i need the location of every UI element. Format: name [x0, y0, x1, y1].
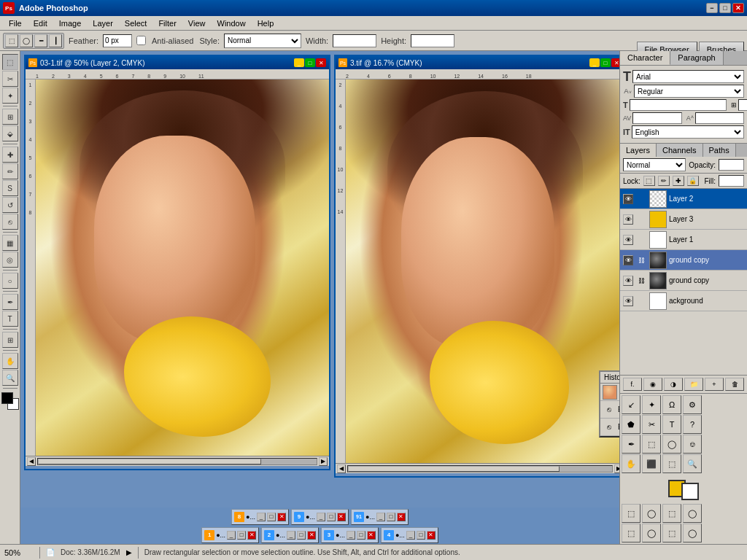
- fp-tool-2[interactable]: ✦: [642, 395, 661, 414]
- taskbar-item-8[interactable]: 8 ●... _ □ ✕: [231, 509, 289, 525]
- layer-item-layer3[interactable]: 👁 Layer 3: [620, 209, 747, 230]
- tool-type[interactable]: T: [2, 311, 18, 327]
- scroll-right-btn-2[interactable]: ▶: [614, 464, 619, 473]
- layers-tab[interactable]: Layers: [620, 144, 657, 157]
- taskbar-item-2[interactable]: 2 ●... _ □ ✕: [261, 527, 319, 543]
- color-swatches[interactable]: [1, 392, 19, 410]
- fg-color-swatch[interactable]: [1, 392, 13, 404]
- doc-2-titlebar[interactable]: Ps 3.tif @ 16.7% (CMYK) _ □ ✕: [336, 56, 619, 69]
- taskbar-max-1[interactable]: □: [237, 531, 246, 540]
- doc-1-close[interactable]: ✕: [316, 58, 326, 67]
- layer-item-gcopy2[interactable]: 👁 ⛓ ground copy: [620, 271, 747, 291]
- menu-view[interactable]: View: [182, 18, 212, 29]
- history-snapshot[interactable]: 03-: [600, 384, 619, 401]
- rect-marquee-btn[interactable]: ⬚: [5, 34, 18, 47]
- menu-select[interactable]: Select: [119, 18, 153, 29]
- fp-tool-19[interactable]: ⬚: [662, 504, 681, 523]
- fp-tool-17[interactable]: ⬚: [622, 504, 640, 523]
- fp-tool-9[interactable]: ✒: [622, 435, 640, 454]
- taskbar-item-4[interactable]: 4 ●... _ □ ✕: [381, 527, 438, 543]
- taskbar-close-2[interactable]: ✕: [307, 531, 316, 540]
- tool-stamp[interactable]: S: [2, 180, 18, 196]
- kern-input[interactable]: [695, 112, 744, 124]
- taskbar-close-1[interactable]: ✕: [247, 531, 256, 540]
- fp-tool-12[interactable]: ⎊: [683, 435, 702, 454]
- taskbar-min-1[interactable]: _: [227, 531, 236, 540]
- fill-input[interactable]: [719, 175, 744, 187]
- menu-image[interactable]: Image: [53, 18, 88, 29]
- scroll-right-btn[interactable]: ▶: [319, 457, 328, 466]
- layer-new-btn[interactable]: +: [705, 378, 724, 391]
- tool-heal[interactable]: ✚: [2, 147, 18, 163]
- font-style-select[interactable]: Regular: [634, 85, 744, 98]
- channels-tab[interactable]: Channels: [657, 144, 703, 157]
- lock-image-btn[interactable]: ✏: [658, 176, 670, 186]
- tool-slice[interactable]: ⬙: [2, 125, 18, 141]
- opacity-input[interactable]: [719, 159, 744, 171]
- taskbar-max-91[interactable]: □: [387, 513, 395, 521]
- tracking-input[interactable]: [632, 112, 681, 124]
- doc-1-scrollbar-h[interactable]: ◀ ▶: [26, 456, 329, 466]
- lock-transparent-btn[interactable]: ⬚: [643, 176, 655, 186]
- paths-tab[interactable]: Paths: [703, 144, 736, 157]
- scrollbar-thumb-h-1[interactable]: [38, 459, 261, 464]
- layer-mask-btn[interactable]: ◉: [643, 378, 662, 391]
- tool-measure[interactable]: ⊞: [2, 332, 18, 348]
- leading-input[interactable]: [738, 99, 747, 111]
- scroll-left-btn[interactable]: ◀: [27, 457, 36, 466]
- tool-pen[interactable]: ✒: [2, 294, 18, 310]
- layer-eye-2[interactable]: 👁: [623, 194, 633, 204]
- fp-tool-16[interactable]: 🔍: [683, 454, 702, 473]
- fp-tool-3[interactable]: Ω: [662, 395, 681, 414]
- taskbar-close-3[interactable]: ✕: [367, 531, 376, 540]
- taskbar-min-91[interactable]: _: [376, 513, 385, 521]
- history-tab[interactable]: History: [600, 372, 619, 383]
- tool-hand[interactable]: ✋: [2, 353, 18, 369]
- taskbar-max-3[interactable]: □: [357, 531, 365, 540]
- taskbar-close-91[interactable]: ✕: [397, 513, 406, 521]
- taskbar-close-4[interactable]: ✕: [427, 531, 436, 540]
- layer-item-layer1[interactable]: 👁 Layer 1: [620, 230, 747, 250]
- fp-tool-7[interactable]: T: [662, 415, 681, 434]
- taskbar-min-9[interactable]: _: [317, 513, 325, 521]
- history-item-erase-2[interactable]: ⎋ Eras: [600, 419, 619, 436]
- fp-tool-6[interactable]: ✂: [642, 415, 661, 434]
- style-select[interactable]: Normal Fixed Aspect Ratio Fixed Size: [224, 34, 301, 48]
- row-marquee-btn[interactable]: ━: [34, 34, 47, 47]
- menu-filter[interactable]: Filter: [152, 18, 182, 29]
- tool-history-brush[interactable]: ↺: [2, 197, 18, 213]
- taskbar-close-9[interactable]: ✕: [337, 513, 346, 521]
- layer-del-btn[interactable]: 🗑: [725, 378, 744, 391]
- fp-tool-5[interactable]: ⬟: [622, 415, 640, 434]
- doc-2-min[interactable]: _: [589, 58, 600, 67]
- tool-eraser[interactable]: ⎋: [2, 214, 18, 230]
- layer-eye-bg[interactable]: 👁: [623, 296, 633, 306]
- layer-eye-gc2[interactable]: 👁: [623, 276, 633, 286]
- taskbar-max-2[interactable]: □: [297, 531, 306, 540]
- layer-eye-gc1[interactable]: 👁: [623, 255, 633, 265]
- tool-gradient[interactable]: ▦: [2, 235, 18, 251]
- scrollbar-thumb-h-2[interactable]: [348, 466, 560, 472]
- menu-window[interactable]: Window: [212, 18, 252, 29]
- font-family-select[interactable]: Arial: [632, 70, 744, 83]
- col-marquee-btn[interactable]: ┃: [49, 34, 62, 47]
- fp-tool-1[interactable]: ↙: [622, 395, 640, 414]
- menu-help[interactable]: Help: [252, 18, 280, 29]
- fp-tool-8[interactable]: ?: [683, 415, 702, 434]
- fp-tool-14[interactable]: ⬛: [642, 454, 661, 473]
- taskbar-max-9[interactable]: □: [327, 513, 336, 521]
- layer-style-btn[interactable]: f.: [623, 378, 642, 391]
- fp-tool-13[interactable]: ✋: [622, 454, 640, 473]
- doc-2-scrollbar-h[interactable]: ◀ ▶: [336, 463, 619, 473]
- fp-tool-18[interactable]: ◯: [642, 504, 661, 523]
- width-input[interactable]: [333, 34, 376, 47]
- tool-crop[interactable]: ⊞: [2, 109, 18, 125]
- layer-item-bg[interactable]: 👁 ackground: [620, 291, 747, 311]
- taskbar-item-1[interactable]: 1 ●... _ □ ✕: [201, 527, 259, 543]
- taskbar-max-8[interactable]: □: [267, 513, 276, 521]
- layer-item-gcopy1[interactable]: 👁 ⛓ ground copy: [620, 250, 747, 271]
- history-item-erase-1[interactable]: ⎋ Eras: [600, 401, 619, 419]
- scroll-left-btn-2[interactable]: ◀: [337, 464, 346, 473]
- tool-blur[interactable]: ◎: [2, 252, 18, 268]
- taskbar-min-8[interactable]: _: [257, 513, 266, 521]
